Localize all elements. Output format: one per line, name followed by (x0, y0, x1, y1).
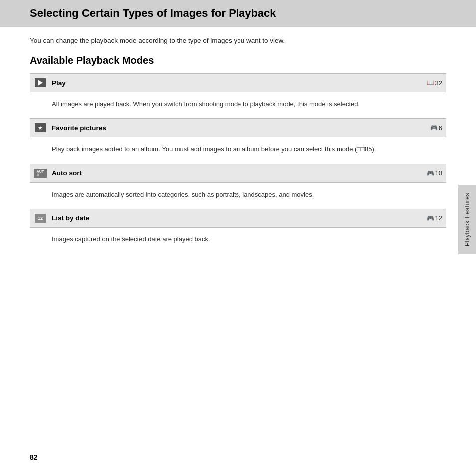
side-tab-label: Playback Features (464, 193, 471, 246)
mode-name-1: Favorite pictures (52, 124, 430, 132)
mode-ref-1: 🎮6 (430, 124, 442, 132)
mode-name-2: Auto sort (52, 169, 427, 177)
mode-header-3: 12List by date🎮12 (30, 209, 446, 228)
ref-number: 12 (435, 214, 442, 222)
auto-icon: AUTO (34, 168, 47, 179)
play-icon (34, 77, 47, 88)
mode-item-0: Play📖32All images are played back. When … (30, 73, 446, 116)
joystick-icon: 🎮 (430, 124, 438, 131)
modes-list: Play📖32All images are played back. When … (30, 73, 446, 251)
joystick-icon: 🎮 (427, 215, 434, 222)
auto-icon-graphic: AUTO (34, 169, 47, 178)
mode-description-text-1: Play back images added to an album. You … (34, 144, 442, 154)
mode-desc-0: All images are played back. When you swi… (30, 92, 446, 116)
ref-number: 6 (439, 124, 442, 132)
joystick-icon: 🎮 (427, 170, 434, 177)
book-icon: 📖 (427, 79, 434, 86)
mode-description-text-0: All images are played back. When you swi… (34, 99, 442, 109)
mode-desc-1: Play back images added to an album. You … (30, 137, 446, 161)
side-tab: Playback Features (458, 185, 476, 254)
mode-name-0: Play (52, 79, 427, 87)
star-icon: ★ (34, 122, 47, 133)
page-header: Selecting Certain Types of Images for Pl… (0, 0, 476, 27)
mode-description-text-3: Images captured on the selected date are… (34, 235, 442, 244)
list-icon-graphic: 12 (35, 214, 46, 223)
section-title: Available Playback Modes (30, 55, 446, 66)
page-title: Selecting Certain Types of Images for Pl… (30, 7, 446, 20)
mode-desc-2: Images are automatically sorted into cat… (30, 183, 446, 207)
mode-item-2: AUTOAuto sort🎮10Images are automatically… (30, 164, 446, 207)
mode-desc-3: Images captured on the selected date are… (30, 228, 446, 251)
list-icon: 12 (34, 213, 47, 224)
ref-number: 10 (435, 169, 442, 177)
ref-number: 32 (435, 79, 442, 87)
mode-header-0: Play📖32 (30, 73, 446, 92)
mode-item-1: ★Favorite pictures🎮6Play back images add… (30, 118, 446, 161)
mode-item-3: 12List by date🎮12Images captured on the … (30, 209, 446, 251)
intro-text: You can change the playback mode accordi… (30, 36, 446, 46)
mode-ref-3: 🎮12 (427, 214, 442, 222)
mode-name-3: List by date (52, 214, 427, 222)
mode-ref-0: 📖32 (427, 79, 442, 87)
star-icon-graphic: ★ (35, 123, 46, 132)
play-icon-graphic (35, 78, 46, 87)
mode-header-2: AUTOAuto sort🎮10 (30, 164, 446, 183)
page-number: 82 (30, 453, 38, 461)
mode-header-1: ★Favorite pictures🎮6 (30, 118, 446, 137)
mode-description-text-2: Images are automatically sorted into cat… (34, 190, 442, 200)
mode-ref-2: 🎮10 (427, 169, 442, 177)
svg-marker-0 (38, 80, 43, 86)
